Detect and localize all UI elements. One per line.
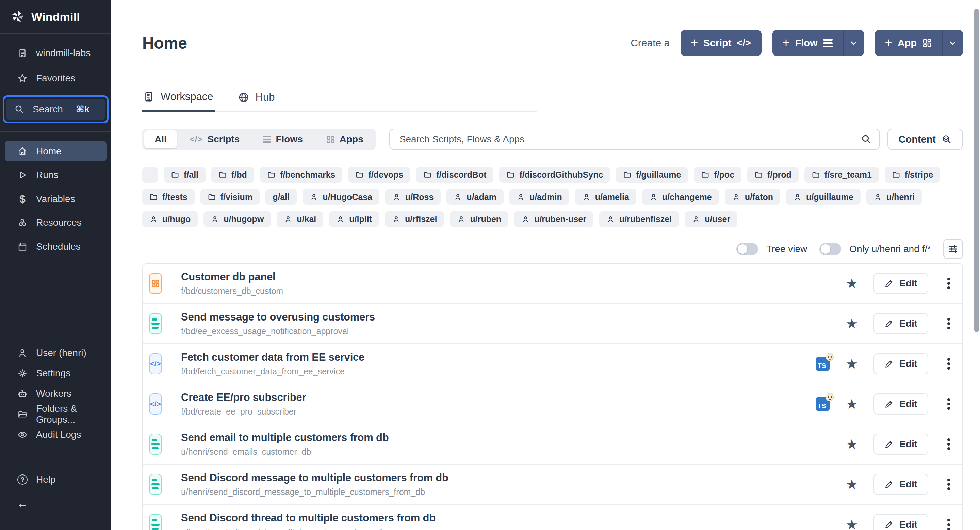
pencil-icon <box>885 319 894 328</box>
filter-chip[interactable]: u/adam <box>447 189 504 205</box>
content-button-label: Content <box>898 134 936 145</box>
script-icon: </> <box>149 353 162 374</box>
sidebar-item-folders-groups[interactable]: Folders & Groups... <box>5 404 107 425</box>
create-script-button[interactable]: + Script </> <box>681 30 761 56</box>
filter-flows[interactable]: Flows <box>253 131 313 148</box>
sidebar-item-audit-logs[interactable]: Audit Logs <box>5 425 107 445</box>
filter-chip[interactable]: u/kai <box>277 211 323 227</box>
favorite-star-icon[interactable]: ★ <box>846 518 858 530</box>
favorite-star-icon[interactable]: ★ <box>846 397 858 411</box>
script-button-label: Script <box>703 37 731 49</box>
sidebar-search-button[interactable]: Search ⌘k <box>6 99 105 120</box>
sidebar-item-user[interactable]: User (henri) <box>5 343 107 363</box>
filter-apps[interactable]: Apps <box>316 131 374 148</box>
collapse-sidebar-button[interactable]: ← <box>5 493 107 514</box>
filter-chip[interactable]: f/prod <box>747 167 799 183</box>
filter-chip[interactable]: f/bd <box>211 167 254 183</box>
filter-chip[interactable]: u/ruben-user <box>514 211 593 227</box>
display-settings-button[interactable] <box>943 239 963 259</box>
filter-chip[interactable]: u/changeme <box>642 189 719 205</box>
favorite-star-icon[interactable]: ★ <box>846 276 858 290</box>
edit-button[interactable]: Edit <box>873 313 928 334</box>
folder-icon <box>811 171 820 179</box>
filter-chip[interactable]: u/lplit <box>329 211 379 227</box>
filter-chip[interactable]: u/admin <box>509 189 569 205</box>
list-item[interactable]: Send message to overusing customers f/bd… <box>143 304 962 344</box>
filter-chip[interactable]: u/Ross <box>385 189 441 205</box>
filter-chip[interactable]: f/all <box>164 167 205 183</box>
filter-chip[interactable]: u/hugo <box>142 211 198 227</box>
tab-workspace[interactable]: Workspace <box>142 91 215 112</box>
content-search-button[interactable]: Content <box>888 129 963 150</box>
sidebar-item-runs[interactable]: Runs <box>5 165 107 185</box>
sidebar-item-home[interactable]: Home <box>5 141 107 161</box>
filter-chip[interactable]: f/discordGithubSync <box>499 167 610 183</box>
filter-chip[interactable] <box>142 167 158 183</box>
list-item[interactable]: Customer db panel f/bd/customers_db_cust… <box>143 263 962 304</box>
list-item[interactable]: Send Discord message to multiple custome… <box>143 465 962 505</box>
dashboard-icon <box>922 38 932 48</box>
filter-chip[interactable]: f/poc <box>694 167 741 183</box>
filter-chip[interactable]: u/guillaume <box>786 189 861 205</box>
filter-scripts[interactable]: </> Scripts <box>180 131 250 148</box>
filter-chip[interactable]: u/faton <box>725 189 780 205</box>
kebab-menu-icon[interactable] <box>947 443 950 445</box>
flow-dropdown-button[interactable] <box>843 30 864 56</box>
only-owner-toggle[interactable] <box>819 243 841 255</box>
filter-chip[interactable]: f/discordBot <box>416 167 493 183</box>
scrollbar-thumb[interactable] <box>974 8 979 332</box>
kebab-menu-icon[interactable] <box>947 322 950 325</box>
filter-chip[interactable]: u/rubenfiszel <box>599 211 679 227</box>
filter-chip[interactable]: f/stripe <box>885 167 940 183</box>
tab-hub[interactable]: Hub <box>237 91 277 111</box>
edit-button[interactable]: Edit <box>873 353 928 374</box>
workspace-selector[interactable]: windmill-labs <box>5 43 107 63</box>
edit-button[interactable]: Edit <box>873 474 928 495</box>
favorite-star-icon[interactable]: ★ <box>846 437 858 451</box>
sidebar-item-resources[interactable]: Resources <box>5 212 107 233</box>
sidebar-item-help[interactable]: ? Help <box>5 469 107 490</box>
filter-chip[interactable]: u/rfiszel <box>385 211 444 227</box>
edit-button[interactable]: Edit <box>873 393 928 415</box>
kebab-menu-icon[interactable] <box>947 362 950 365</box>
filter-chip[interactable]: u/ruben <box>450 211 508 227</box>
sidebar-item-workers[interactable]: Workers <box>5 383 107 404</box>
favorite-star-icon[interactable]: ★ <box>846 317 858 330</box>
filter-chip[interactable]: f/benchmarks <box>260 167 343 183</box>
list-item[interactable]: </> Fetch customer data from EE service … <box>143 344 962 384</box>
brand[interactable]: Windmill <box>0 0 111 34</box>
filter-chip[interactable]: g/all <box>266 189 297 205</box>
tree-view-toggle[interactable] <box>737 243 758 255</box>
edit-button[interactable]: Edit <box>873 514 928 530</box>
filter-all[interactable]: All <box>144 131 177 148</box>
create-app-button[interactable]: + App <box>875 30 942 56</box>
list-item[interactable]: Send Discord thread to multiple customer… <box>143 505 962 530</box>
filter-chip[interactable]: f/tests <box>142 189 195 205</box>
list-item[interactable]: </> Create EE/pro subscriber f/bd/create… <box>143 384 962 425</box>
filter-chip[interactable]: u/HugoCasa <box>302 189 379 205</box>
kebab-menu-icon[interactable] <box>947 483 950 486</box>
filter-chip[interactable]: u/henri <box>866 189 922 205</box>
sidebar-item-favorites[interactable]: Favorites <box>5 68 107 89</box>
filter-chip[interactable]: u/user <box>685 211 737 227</box>
favorite-star-icon[interactable]: ★ <box>846 357 858 370</box>
filter-chip[interactable]: f/guillaume <box>616 167 688 183</box>
edit-button[interactable]: Edit <box>873 273 928 294</box>
list-item[interactable]: Send email to multiple customers from db… <box>143 425 962 465</box>
kebab-menu-icon[interactable] <box>947 402 950 405</box>
kebab-menu-icon[interactable] <box>947 282 950 285</box>
search-input[interactable] <box>389 129 880 150</box>
app-dropdown-button[interactable] <box>942 30 963 56</box>
filter-chip[interactable]: u/amelia <box>575 189 636 205</box>
kebab-menu-icon[interactable] <box>947 523 950 526</box>
sidebar-item-schedules[interactable]: Schedules <box>5 236 107 257</box>
filter-chip[interactable]: f/visium <box>200 189 259 205</box>
favorite-star-icon[interactable]: ★ <box>846 477 858 491</box>
sidebar-item-variables[interactable]: $ Variables <box>5 189 107 209</box>
filter-chip[interactable]: f/devops <box>348 167 410 183</box>
create-flow-button[interactable]: + Flow <box>772 30 843 56</box>
sidebar-item-settings[interactable]: Settings <box>5 363 107 383</box>
filter-chip[interactable]: f/sre_team1 <box>804 167 879 183</box>
filter-chip[interactable]: u/hugopw <box>204 211 271 227</box>
edit-button[interactable]: Edit <box>873 434 928 455</box>
